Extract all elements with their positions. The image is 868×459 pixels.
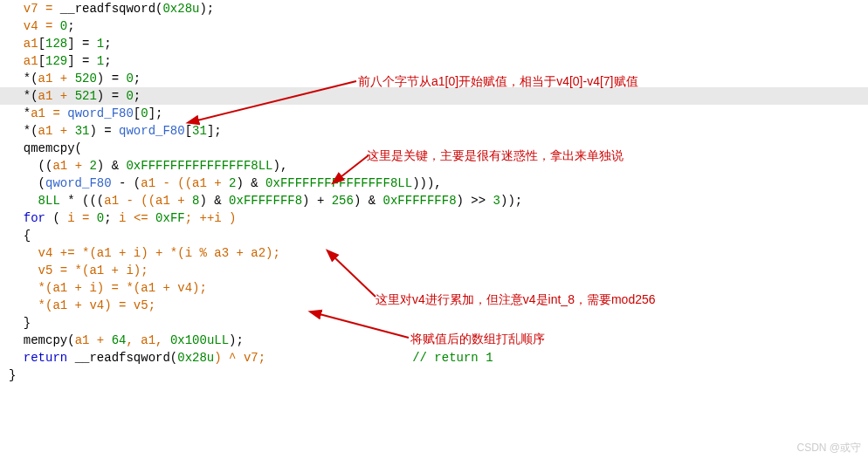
code-line: } (0, 367, 868, 384)
code-line: *(a1 + 31) = qword_F80[31]; (0, 122, 868, 140)
arrow-icon (313, 310, 413, 345)
code-line: a1[128] = 1; (0, 35, 868, 52)
svg-line-1 (197, 81, 356, 120)
code-line: return __readfsqword(0x28u) ^ v7; // ret… (0, 349, 868, 367)
arrow-icon (334, 153, 377, 183)
arrow-icon (190, 79, 365, 127)
code-line: (qword_F80 - (a1 - ((a1 + 2) & 0xFFFFFFF… (0, 175, 868, 192)
svg-line-3 (341, 155, 369, 177)
code-line: } (0, 314, 868, 332)
annotation-1: 前八个字节从a1[0]开始赋值，相当于v4[0]-v4[7]赋值 (358, 74, 638, 90)
code-line: *a1 = qword_F80[0]; (0, 105, 868, 122)
annotation-3: 这里对v4进行累加，但注意v4是int_8，需要mod256 (375, 292, 656, 308)
svg-line-7 (320, 314, 409, 338)
code-line: v4 += *(a1 + i) + *(i % a3 + a2); (0, 244, 868, 262)
annotation-4: 将赋值后的数组打乱顺序 (410, 332, 545, 347)
code-line: { (0, 227, 868, 244)
code-line: a1[129] = 1; (0, 52, 868, 70)
annotation-2: 这里是关键，主要是很有迷惑性，拿出来单独说 (367, 148, 623, 164)
code-line: 8LL * (((a1 - ((a1 + 8) & 0xFFFFFFF8) + … (0, 192, 868, 209)
code-line-highlighted: *(a1 + 521) = 0; (0, 87, 868, 105)
code-line: v4 = 0; (0, 17, 868, 35)
svg-line-5 (334, 257, 375, 297)
watermark: CSDN @或守 (796, 441, 861, 456)
arrow-icon (327, 253, 380, 301)
code-line: for ( i = 0; i <= 0xFF; ++i ) (0, 209, 868, 227)
code-line: v7 = __readfsqword(0x28u); (0, 0, 868, 17)
code-line: v5 = *(a1 + i); (0, 262, 868, 279)
